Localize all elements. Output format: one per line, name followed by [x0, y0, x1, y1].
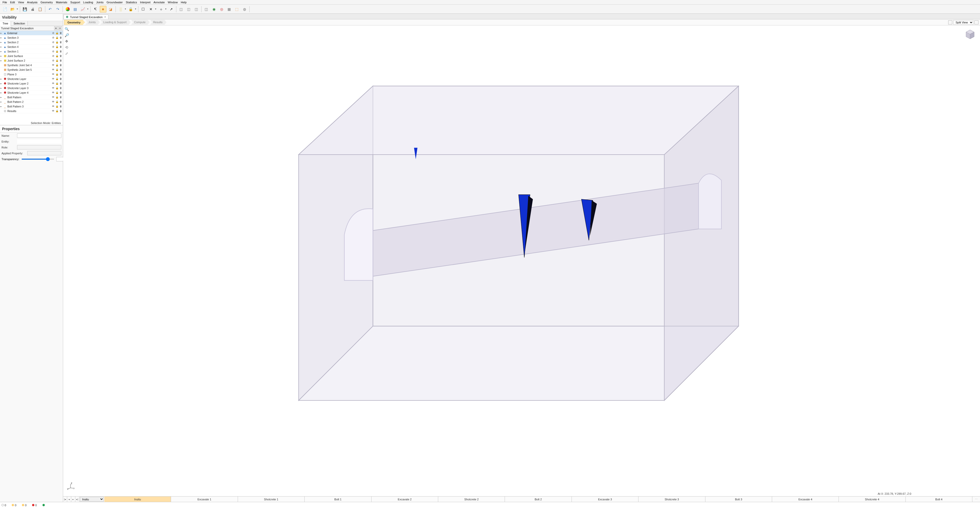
tree-item[interactable]: ◎Results👁🔒🗑: [0, 109, 63, 113]
lock-icon[interactable]: 🔒: [55, 32, 59, 34]
new-file-button[interactable]: 📄: [2, 6, 8, 13]
zoom-in-icon[interactable]: 🔍: [64, 27, 69, 32]
tab-tree[interactable]: Tree: [0, 21, 11, 26]
delete-icon[interactable]: 🗑: [59, 50, 62, 53]
lock-icon[interactable]: 🔒: [55, 41, 59, 43]
visibility-icon[interactable]: 👁: [51, 86, 55, 89]
delete-icon[interactable]: 🗑: [59, 73, 62, 76]
box3d-button[interactable]: ⬚: [234, 6, 240, 13]
fixed-button[interactable]: ✕: [148, 6, 154, 13]
lock-dropdown-icon[interactable]: ▼: [135, 8, 137, 10]
tree-item[interactable]: ▸⎯Bolt Pattern👁🔒🗑: [0, 95, 63, 99]
tree-item[interactable]: ▸⬣Shotcrete Layer 2👁🔒🗑: [0, 81, 63, 86]
visibility-icon[interactable]: ⊘: [51, 32, 55, 34]
wedge-button[interactable]: ◪: [107, 6, 114, 13]
close-icon[interactable]: ✕: [104, 16, 106, 18]
delete-icon[interactable]: 🗑: [59, 110, 62, 112]
delete-icon[interactable]: 🗑: [59, 41, 62, 43]
delete-icon[interactable]: 🗑: [59, 45, 62, 48]
menu-materials[interactable]: Materials: [54, 0, 69, 4]
crumb-results[interactable]: Results: [150, 20, 167, 25]
tree-item[interactable]: ▸⬣Shotcrete Layer 3👁🔒🗑: [0, 86, 63, 90]
split-right-icon[interactable]: [974, 20, 978, 24]
stage-tab[interactable]: Shotcrete 4: [839, 497, 905, 502]
visibility-icon[interactable]: 👁: [51, 110, 55, 112]
lock-icon[interactable]: 🔒: [55, 45, 59, 48]
menu-geometry[interactable]: Geometry: [39, 0, 54, 4]
stage-tab[interactable]: Bolt 3: [705, 497, 772, 502]
tree-item[interactable]: ▸⎯Bolt Pattern 2👁🔒🗑: [0, 99, 63, 104]
redo-button[interactable]: ↷: [54, 6, 61, 13]
delete-icon[interactable]: 🗑: [59, 59, 62, 62]
nav-cube[interactable]: [965, 29, 975, 40]
stage-tab[interactable]: Shotcrete 2: [438, 497, 505, 502]
lock-icon[interactable]: 🔒: [55, 50, 59, 53]
visibility-icon[interactable]: 👁: [51, 73, 55, 76]
chart-bar-button[interactable]: ▤: [72, 6, 79, 13]
twisty-icon[interactable]: ▸: [0, 50, 3, 53]
crumb-loading-support[interactable]: Loading & Support: [100, 20, 130, 25]
visibility-icon[interactable]: 👁: [51, 64, 55, 67]
visibility-icon[interactable]: 👁: [51, 77, 55, 80]
results-mesh-button[interactable]: ◫: [203, 6, 210, 13]
visibility-icon[interactable]: 👁: [51, 91, 55, 94]
crumb-compute[interactable]: Compute: [131, 20, 150, 25]
twisty-icon[interactable]: ▸: [0, 55, 3, 57]
pointer-button[interactable]: ↗: [168, 6, 175, 13]
twisty-icon[interactable]: ▸: [0, 87, 3, 89]
menu-statistics[interactable]: Statistics: [124, 0, 138, 4]
print-button[interactable]: 🖨: [29, 6, 36, 13]
delete-icon[interactable]: 🗑: [59, 100, 62, 103]
stage-tab[interactable]: Excavate 4: [772, 497, 839, 502]
twisty-icon[interactable]: ▸: [0, 41, 3, 43]
stage-tab[interactable]: Bolt 2: [505, 497, 571, 502]
twisty-icon[interactable]: ▸: [0, 91, 3, 94]
open-file-button[interactable]: 📂: [9, 6, 16, 13]
block-button[interactable]: ■: [100, 6, 107, 13]
visibility-icon[interactable]: 👁: [51, 68, 55, 71]
stage-tab[interactable]: Bolt 1: [305, 497, 371, 502]
transparency-slider[interactable]: [21, 159, 54, 160]
pan-icon[interactable]: ✥: [64, 39, 69, 44]
tree-item[interactable]: ▦Synthetic Joint Set 4👁🔒🗑: [0, 63, 63, 67]
roller-button[interactable]: ☐: [140, 6, 146, 13]
menu-window[interactable]: Window: [166, 0, 179, 4]
applied-dropdown[interactable]: [27, 151, 61, 155]
select-button[interactable]: ↸: [92, 6, 99, 13]
iso3-button[interactable]: ◍: [241, 6, 248, 13]
tree-item[interactable]: ◫Plane 3👁🔒🗑: [0, 72, 63, 77]
tree-item[interactable]: ▸▲Section 2⊘🔒🗑: [0, 40, 63, 45]
tree-item[interactable]: ▦Synthetic Joint Set 5👁🔒🗑: [0, 67, 63, 72]
fixed-dropdown-icon[interactable]: ▼: [155, 8, 157, 10]
tree-item[interactable]: ▸⬣Shotcrete Layer 4👁🔒🗑: [0, 90, 63, 95]
twisty-icon[interactable]: ▸: [0, 32, 3, 34]
zoom-out-icon[interactable]: 🔎: [64, 33, 69, 38]
twisty-icon[interactable]: ▸: [0, 105, 3, 108]
chart-pie-button[interactable]: [64, 6, 71, 13]
delete-icon[interactable]: 🗑: [59, 91, 62, 94]
lock-icon[interactable]: 🔒: [55, 100, 59, 103]
role-dropdown[interactable]: [17, 145, 61, 150]
tree-item[interactable]: ▸▦Joint Surface 2⊘🔒🗑: [0, 58, 63, 63]
split-view-select[interactable]: Split View: [953, 20, 974, 25]
stage-tab[interactable]: Shotcrete 3: [638, 497, 705, 502]
menu-file[interactable]: File: [1, 0, 9, 4]
visibility-icon[interactable]: 👁: [51, 96, 55, 99]
delete-icon[interactable]: 🗑: [59, 86, 62, 89]
tree-item[interactable]: ▸⬣Shotcrete Layer👁🔒🗑: [0, 77, 63, 81]
expand-all-icon[interactable]: ⊞: [54, 27, 58, 30]
stage-next-icon[interactable]: ▸: [71, 497, 75, 502]
menu-loading[interactable]: Loading: [82, 0, 95, 4]
visibility-icon[interactable]: ⊘: [51, 45, 55, 48]
mesh1-button[interactable]: ◫: [178, 6, 185, 13]
mesh2-button[interactable]: ◫: [186, 6, 192, 13]
twisty-icon[interactable]: ▸: [0, 37, 3, 39]
tree-item[interactable]: ▸▲External⊘🔒🗑: [0, 31, 63, 35]
menu-view[interactable]: View: [16, 0, 26, 4]
twisty-icon[interactable]: ▸: [0, 78, 3, 80]
table-button[interactable]: ▦: [226, 6, 232, 13]
lock-icon[interactable]: 🔒: [55, 96, 59, 99]
delete-icon[interactable]: 🗑: [59, 77, 62, 80]
delete-icon[interactable]: 🗑: [59, 64, 62, 67]
visibility-icon[interactable]: ⊘: [51, 50, 55, 53]
